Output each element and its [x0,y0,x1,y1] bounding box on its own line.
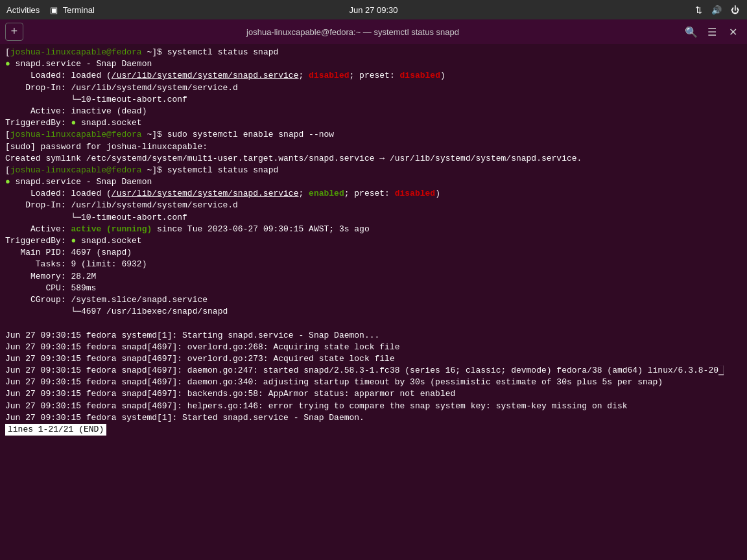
terminal-line: Jun 27 09:30:15 fedora snapd[4697]: daem… [5,365,742,377]
terminal-window: + joshua-linuxcapable@fedora:~ — systemc… [0,19,747,560]
terminal-line [5,318,742,329]
terminal-line: Loaded: loaded (/usr/lib/systemd/system/… [5,188,742,200]
terminal-taskbar-icon: ▣ [50,5,58,15]
terminal-taskbar-label: Terminal [63,5,95,15]
terminal-taskbar-item[interactable]: ▣ Terminal [50,5,95,15]
title-bar-controls: 🔍 ☰ ✕ [682,23,742,41]
terminal-line: [joshua-linuxcapable@fedora ~]$ systemct… [5,47,742,58]
terminal-line: Jun 27 09:30:15 fedora snapd[4697]: over… [5,342,742,353]
terminal-line: Jun 27 09:30:15 fedora snapd[4697]: back… [5,388,742,400]
terminal-line: Jun 27 09:30:15 fedora snapd[4697]: daem… [5,377,742,388]
terminal-line: Active: inactive (dead) [5,106,742,117]
terminal-line: Drop-In: /usr/lib/systemd/system/service… [5,82,742,94]
terminal-content[interactable]: [joshua-linuxcapable@fedora ~]$ systemct… [0,44,747,560]
terminal-line: Jun 27 09:30:15 fedora systemd[1]: Start… [5,412,742,424]
system-bar-datetime: Jun 27 09:30 [349,5,397,15]
terminal-line: └─10-timeout-abort.conf [5,94,742,106]
network-icon[interactable]: ⇅ [693,4,704,16]
terminal-line: └─10-timeout-abort.conf [5,212,742,224]
activities-button[interactable]: Activities [6,5,40,15]
system-bar: Activities ▣ Terminal Jun 27 09:30 ⇅ 🔊 ⏻ [0,0,747,19]
terminal-line: ● snapd.service - Snap Daemon [5,176,742,188]
power-icon[interactable]: ⏻ [729,4,741,16]
title-bar-left: + [5,23,23,41]
search-button[interactable]: 🔍 [682,23,700,41]
title-bar: + joshua-linuxcapable@fedora:~ — systemc… [0,19,747,44]
terminal-line: └─4697 /usr/libexec/snapd/snapd [5,306,742,318]
terminal-line: [sudo] password for joshua-linuxcapable: [5,141,742,153]
terminal-line: TriggeredBy: ● snapd.socket [5,117,742,129]
close-button[interactable]: ✕ [724,23,742,41]
terminal-line: Created symlink /etc/systemd/system/mult… [5,153,742,165]
terminal-line: [joshua-linuxcapable@fedora ~]$ sudo sys… [5,129,742,141]
title-bar-title: joshua-linuxcapable@fedora:~ — systemctl… [23,27,682,37]
terminal-line: Memory: 28.2M [5,271,742,283]
terminal-line: Loaded: loaded (/usr/lib/systemd/system/… [5,70,742,82]
pager-status: lines 1-21/21 (END) [5,424,106,436]
terminal-line: Active: active (running) since Tue 2023-… [5,224,742,235]
terminal-line: Tasks: 9 (limit: 6932) [5,259,742,270]
terminal-line: ● snapd.service - Snap Daemon [5,58,742,70]
terminal-line: TriggeredBy: ● snapd.socket [5,235,742,247]
new-tab-button[interactable]: + [5,23,23,41]
terminal-status-line: lines 1-21/21 (END) [5,424,742,436]
terminal-line: Main PID: 4697 (snapd) [5,247,742,259]
system-bar-left: Activities ▣ Terminal [6,5,95,15]
menu-button[interactable]: ☰ [703,23,721,41]
terminal-line: Jun 27 09:30:15 fedora snapd[4697]: help… [5,401,742,412]
terminal-line: CPU: 589ms [5,283,742,294]
terminal-line: [joshua-linuxcapable@fedora ~]$ systemct… [5,165,742,176]
terminal-line: Drop-In: /usr/lib/systemd/system/service… [5,200,742,211]
terminal-line: Jun 27 09:30:15 fedora snapd[4697]: over… [5,353,742,365]
volume-icon[interactable]: 🔊 [711,4,722,16]
terminal-line: Jun 27 09:30:15 fedora systemd[1]: Start… [5,330,742,342]
system-bar-right: ⇅ 🔊 ⏻ [693,4,741,16]
terminal-line: CGroup: /system.slice/snapd.service [5,294,742,306]
